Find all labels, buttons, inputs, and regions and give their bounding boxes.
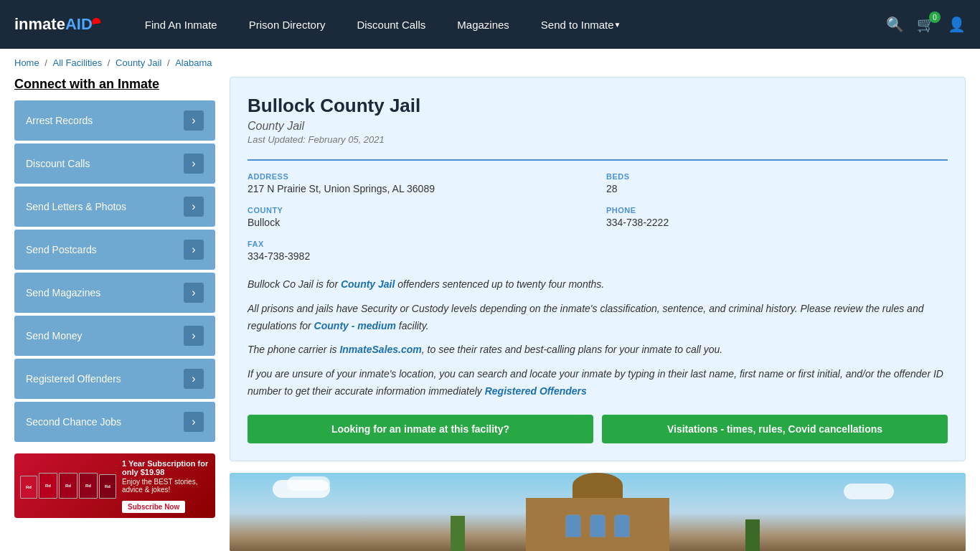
sidebar-menu: Arrest Records › Discount Calls › Send L… xyxy=(14,100,215,442)
county-value: Bullock xyxy=(248,217,589,228)
breadcrumb-sep-3: / xyxy=(167,57,172,68)
sidebar-item-label: Registered Offenders xyxy=(26,373,121,385)
desc-2: All prisons and jails have Security or C… xyxy=(248,301,948,335)
breadcrumb-alabama[interactable]: Alabama xyxy=(175,57,212,68)
cloud-2 xyxy=(287,476,330,491)
sidebar-item-send-money[interactable]: Send Money › xyxy=(14,316,215,356)
arrow-icon: › xyxy=(184,240,204,260)
window-3 xyxy=(614,514,630,537)
logo[interactable]: inmateAID xyxy=(14,15,100,34)
fax-label: FAX xyxy=(248,240,589,248)
breadcrumb-sep-2: / xyxy=(108,57,113,68)
county-block: COUNTY Bullock xyxy=(248,206,589,228)
facility-updated: Last Updated: February 05, 2021 xyxy=(248,134,948,145)
phone-value: 334-738-2222 xyxy=(606,217,948,228)
county-label: COUNTY xyxy=(248,206,589,215)
facility-image xyxy=(230,473,966,551)
facility-card: Bullock County Jail County Jail Last Upd… xyxy=(230,77,966,461)
sidebar-item-label: Second Chance Jobs xyxy=(26,416,121,428)
sidebar-item-label: Send Letters & Photos xyxy=(26,201,126,212)
main-container: Connect with an Inmate Arrest Records › … xyxy=(0,77,980,551)
sidebar-item-second-chance-jobs[interactable]: Second Chance Jobs › xyxy=(14,402,215,442)
sidebar: Connect with an Inmate Arrest Records › … xyxy=(14,77,215,551)
facility-type: County Jail xyxy=(248,120,948,133)
tree-1 xyxy=(451,516,465,551)
nav-magazines[interactable]: Magazines xyxy=(441,0,525,49)
logo-aid: AID xyxy=(65,15,93,33)
facility-actions: Looking for an inmate at this facility? … xyxy=(248,415,948,443)
inmatesales-link[interactable]: InmateSales.com xyxy=(339,344,421,355)
building-dome xyxy=(573,473,623,498)
arrow-icon: › xyxy=(184,110,204,131)
sidebar-item-discount-calls[interactable]: Discount Calls › xyxy=(14,143,215,184)
sidebar-ad[interactable]: Rd Rd Rd Rd Rd 1 Year Subscription for o… xyxy=(14,453,215,518)
registered-offenders-link[interactable]: Registered Offenders xyxy=(485,385,587,397)
arrow-icon: › xyxy=(184,326,204,346)
sidebar-item-label: Arrest Records xyxy=(26,115,93,126)
window-2 xyxy=(590,514,606,537)
fax-value: 334-738-3982 xyxy=(248,250,589,262)
arrow-icon: › xyxy=(184,197,204,217)
tree-2 xyxy=(745,519,760,551)
nav-discount-calls[interactable]: Discount Calls xyxy=(341,0,441,49)
ad-title: 1 Year Subscription for only $19.98 xyxy=(122,459,209,476)
county-medium-link[interactable]: County - medium xyxy=(314,320,396,331)
user-icon[interactable]: 👤 xyxy=(948,16,966,33)
find-inmate-button[interactable]: Looking for an inmate at this facility? xyxy=(248,415,593,443)
fax-block: FAX 334-738-3982 xyxy=(248,240,589,262)
arrow-icon: › xyxy=(184,369,204,389)
sidebar-item-label: Send Postcards xyxy=(26,244,97,255)
sidebar-item-send-magazines[interactable]: Send Magazines › xyxy=(14,273,215,313)
facility-name: Bullock County Jail xyxy=(248,95,948,117)
nav-find-inmate[interactable]: Find An Inmate xyxy=(129,0,233,49)
desc-3: The phone carrier is InmateSales.com, to… xyxy=(248,342,948,359)
breadcrumb-sep-1: / xyxy=(44,57,50,68)
sidebar-item-send-letters[interactable]: Send Letters & Photos › xyxy=(14,187,215,227)
arrow-icon: › xyxy=(184,283,204,303)
breadcrumb: Home / All Facilities / County Jail / Al… xyxy=(0,49,980,77)
county-jail-link[interactable]: County Jail xyxy=(341,278,395,290)
nav-prison-directory[interactable]: Prison Directory xyxy=(233,0,341,49)
window-1 xyxy=(565,514,581,537)
phone-block: PHONE 334-738-2222 xyxy=(606,206,948,228)
sidebar-item-registered-offenders[interactable]: Registered Offenders › xyxy=(14,359,215,399)
desc-4: If you are unsure of your inmate's locat… xyxy=(248,366,948,400)
nav-icons: 🔍 🛒 0 👤 xyxy=(886,16,966,33)
search-icon[interactable]: 🔍 xyxy=(886,16,904,33)
address-block: ADDRESS 217 N Prairie St, Union Springs,… xyxy=(248,172,589,194)
breadcrumb-county-jail[interactable]: County Jail xyxy=(116,57,161,68)
sidebar-item-label: Send Money xyxy=(26,330,83,342)
visitation-button[interactable]: Visitations - times, rules, Covid cancel… xyxy=(602,415,948,443)
navbar: inmateAID Find An Inmate Prison Director… xyxy=(0,0,980,49)
facility-details: ADDRESS 217 N Prairie St, Union Springs,… xyxy=(248,159,948,262)
ad-subscribe-button[interactable]: Subscribe Now xyxy=(122,501,185,513)
desc-1: Bullock Co Jail is for County Jail offen… xyxy=(248,276,948,293)
sidebar-title: Connect with an Inmate xyxy=(14,77,215,92)
phone-label: PHONE xyxy=(606,206,948,215)
sidebar-item-arrest-records[interactable]: Arrest Records › xyxy=(14,100,215,141)
breadcrumb-home[interactable]: Home xyxy=(14,57,39,68)
address-label: ADDRESS xyxy=(248,172,589,181)
beds-block: BEDS 28 xyxy=(606,172,948,194)
logo-hat xyxy=(91,17,100,24)
nav-send-to-inmate[interactable]: Send to Inmate xyxy=(525,0,637,49)
content-area: Bullock County Jail County Jail Last Upd… xyxy=(230,77,966,551)
beds-label: BEDS xyxy=(606,172,948,181)
sidebar-item-label: Send Magazines xyxy=(26,287,100,298)
breadcrumb-all-facilities[interactable]: All Facilities xyxy=(53,57,103,68)
building-windows xyxy=(565,514,630,537)
ad-content: 1 Year Subscription for only $19.98 Enjo… xyxy=(122,459,209,513)
facility-description: Bullock Co Jail is for County Jail offen… xyxy=(248,276,948,400)
logo-inmate: inmate xyxy=(14,15,65,33)
nav-links: Find An Inmate Prison Directory Discount… xyxy=(129,0,886,49)
arrow-icon: › xyxy=(184,154,204,174)
sidebar-item-label: Discount Calls xyxy=(26,158,90,169)
sidebar-item-send-postcards[interactable]: Send Postcards › xyxy=(14,230,215,270)
arrow-icon: › xyxy=(184,412,204,432)
ad-subtitle: Enjoy the BEST stories, advice & jokes! xyxy=(122,478,209,494)
cart-icon[interactable]: 🛒 0 xyxy=(917,16,935,33)
cloud-3 xyxy=(844,484,894,499)
cart-badge: 0 xyxy=(929,11,941,23)
address-value: 217 N Prairie St, Union Springs, AL 3608… xyxy=(248,183,589,194)
beds-value: 28 xyxy=(606,183,948,194)
